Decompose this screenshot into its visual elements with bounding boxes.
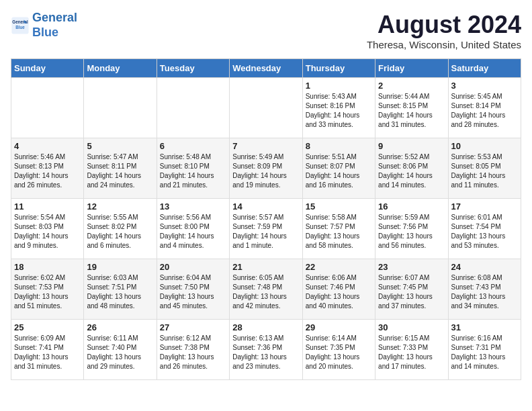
calendar-cell: 30Sunrise: 6:15 AM Sunset: 7:33 PM Dayli… xyxy=(375,320,448,380)
day-info: Sunrise: 6:15 AM Sunset: 7:33 PM Dayligh… xyxy=(378,334,445,371)
calendar-cell: 15Sunrise: 5:58 AM Sunset: 7:57 PM Dayli… xyxy=(302,199,375,259)
day-info: Sunrise: 6:14 AM Sunset: 7:35 PM Dayligh… xyxy=(306,334,372,371)
day-number: 21 xyxy=(232,262,299,272)
calendar-cell: 11Sunrise: 5:54 AM Sunset: 8:03 PM Dayli… xyxy=(11,199,84,259)
subtitle: Theresa, Wisconsin, United States xyxy=(367,39,521,50)
day-number: 16 xyxy=(378,201,445,212)
calendar-cell: 29Sunrise: 6:14 AM Sunset: 7:35 PM Dayli… xyxy=(302,320,375,380)
day-header-sunday: Sunday xyxy=(11,59,84,78)
day-number: 26 xyxy=(87,322,153,332)
day-header-monday: Monday xyxy=(84,59,157,78)
calendar-cell xyxy=(11,78,84,138)
day-info: Sunrise: 6:12 AM Sunset: 7:38 PM Dayligh… xyxy=(160,334,226,371)
day-info: Sunrise: 5:44 AM Sunset: 8:15 PM Dayligh… xyxy=(378,92,445,130)
day-number: 18 xyxy=(14,262,81,272)
day-header-tuesday: Tuesday xyxy=(157,59,229,78)
calendar-cell xyxy=(230,78,302,138)
calendar-cell xyxy=(157,78,229,138)
logo: General Blue General Blue xyxy=(11,11,77,40)
day-info: Sunrise: 6:16 AM Sunset: 7:31 PM Dayligh… xyxy=(451,334,518,371)
day-info: Sunrise: 5:48 AM Sunset: 8:10 PM Dayligh… xyxy=(160,152,226,190)
day-info: Sunrise: 5:49 AM Sunset: 8:09 PM Dayligh… xyxy=(232,152,299,190)
day-number: 25 xyxy=(14,322,81,332)
day-info: Sunrise: 6:03 AM Sunset: 7:51 PM Dayligh… xyxy=(87,273,153,311)
day-header-saturday: Saturday xyxy=(448,59,521,78)
day-info: Sunrise: 5:59 AM Sunset: 7:56 PM Dayligh… xyxy=(378,213,445,250)
day-number: 19 xyxy=(87,262,153,272)
day-header-wednesday: Wednesday xyxy=(230,59,302,78)
calendar-cell: 13Sunrise: 5:56 AM Sunset: 8:00 PM Dayli… xyxy=(157,199,229,259)
calendar-cell: 17Sunrise: 6:01 AM Sunset: 7:54 PM Dayli… xyxy=(448,199,521,259)
calendar-cell: 12Sunrise: 5:55 AM Sunset: 8:02 PM Dayli… xyxy=(84,199,157,259)
day-number: 31 xyxy=(451,322,518,332)
day-info: Sunrise: 5:45 AM Sunset: 8:14 PM Dayligh… xyxy=(451,92,518,130)
main-title: August 2024 xyxy=(367,11,521,39)
day-info: Sunrise: 5:54 AM Sunset: 8:03 PM Dayligh… xyxy=(14,213,81,250)
logo-text: General Blue xyxy=(32,11,77,40)
calendar-cell: 26Sunrise: 6:11 AM Sunset: 7:40 PM Dayli… xyxy=(84,320,157,380)
calendar-cell: 31Sunrise: 6:16 AM Sunset: 7:31 PM Dayli… xyxy=(448,320,521,380)
day-info: Sunrise: 5:56 AM Sunset: 8:00 PM Dayligh… xyxy=(160,213,226,250)
calendar-cell: 19Sunrise: 6:03 AM Sunset: 7:51 PM Dayli… xyxy=(84,259,157,320)
week-row-4: 18Sunrise: 6:02 AM Sunset: 7:53 PM Dayli… xyxy=(11,259,521,320)
calendar-cell: 8Sunrise: 5:51 AM Sunset: 8:07 PM Daylig… xyxy=(302,138,375,199)
week-row-3: 11Sunrise: 5:54 AM Sunset: 8:03 PM Dayli… xyxy=(11,199,521,259)
day-number: 11 xyxy=(14,201,81,212)
day-info: Sunrise: 6:04 AM Sunset: 7:50 PM Dayligh… xyxy=(160,273,226,311)
day-number: 2 xyxy=(378,81,445,91)
day-number: 7 xyxy=(232,141,299,151)
calendar-cell: 28Sunrise: 6:13 AM Sunset: 7:36 PM Dayli… xyxy=(230,320,302,380)
day-info: Sunrise: 6:09 AM Sunset: 7:41 PM Dayligh… xyxy=(14,334,81,371)
week-row-5: 25Sunrise: 6:09 AM Sunset: 7:41 PM Dayli… xyxy=(11,320,521,380)
calendar-cell: 21Sunrise: 6:05 AM Sunset: 7:48 PM Dayli… xyxy=(230,259,302,320)
day-number: 13 xyxy=(160,201,226,212)
calendar-cell: 5Sunrise: 5:47 AM Sunset: 8:11 PM Daylig… xyxy=(84,138,157,199)
day-info: Sunrise: 5:43 AM Sunset: 8:16 PM Dayligh… xyxy=(306,92,372,130)
day-number: 17 xyxy=(451,201,518,212)
calendar-cell: 27Sunrise: 6:12 AM Sunset: 7:38 PM Dayli… xyxy=(157,320,229,380)
day-info: Sunrise: 6:01 AM Sunset: 7:54 PM Dayligh… xyxy=(451,213,518,250)
day-info: Sunrise: 5:47 AM Sunset: 8:11 PM Dayligh… xyxy=(87,152,153,190)
day-number: 14 xyxy=(232,201,299,212)
calendar-cell: 7Sunrise: 5:49 AM Sunset: 8:09 PM Daylig… xyxy=(230,138,302,199)
calendar-cell: 9Sunrise: 5:52 AM Sunset: 8:06 PM Daylig… xyxy=(375,138,448,199)
day-info: Sunrise: 6:07 AM Sunset: 7:45 PM Dayligh… xyxy=(378,273,445,311)
day-number: 15 xyxy=(306,201,372,212)
calendar-cell: 22Sunrise: 6:06 AM Sunset: 7:46 PM Dayli… xyxy=(302,259,375,320)
day-number: 9 xyxy=(378,141,445,151)
day-number: 30 xyxy=(378,322,445,332)
calendar-cell: 1Sunrise: 5:43 AM Sunset: 8:16 PM Daylig… xyxy=(302,78,375,138)
day-number: 12 xyxy=(87,201,153,212)
day-header-friday: Friday xyxy=(375,59,448,78)
day-number: 24 xyxy=(451,262,518,272)
calendar-cell: 4Sunrise: 5:46 AM Sunset: 8:13 PM Daylig… xyxy=(11,138,84,199)
day-number: 5 xyxy=(87,141,153,151)
calendar-cell: 25Sunrise: 6:09 AM Sunset: 7:41 PM Dayli… xyxy=(11,320,84,380)
day-number: 3 xyxy=(451,81,518,91)
calendar-cell: 20Sunrise: 6:04 AM Sunset: 7:50 PM Dayli… xyxy=(157,259,229,320)
day-info: Sunrise: 5:46 AM Sunset: 8:13 PM Dayligh… xyxy=(14,152,81,190)
day-info: Sunrise: 6:11 AM Sunset: 7:40 PM Dayligh… xyxy=(87,334,153,371)
calendar-cell xyxy=(84,78,157,138)
logo-icon: General Blue xyxy=(11,16,30,35)
day-number: 1 xyxy=(306,81,372,91)
day-number: 22 xyxy=(306,262,372,272)
day-number: 27 xyxy=(160,322,226,332)
day-number: 8 xyxy=(306,141,372,151)
svg-text:Blue: Blue xyxy=(15,24,25,29)
day-info: Sunrise: 5:53 AM Sunset: 8:05 PM Dayligh… xyxy=(451,152,518,190)
day-number: 6 xyxy=(160,141,226,151)
day-info: Sunrise: 6:08 AM Sunset: 7:43 PM Dayligh… xyxy=(451,273,518,311)
calendar-cell: 10Sunrise: 5:53 AM Sunset: 8:05 PM Dayli… xyxy=(448,138,521,199)
day-info: Sunrise: 5:57 AM Sunset: 7:59 PM Dayligh… xyxy=(232,213,299,250)
day-number: 10 xyxy=(451,141,518,151)
day-info: Sunrise: 5:55 AM Sunset: 8:02 PM Dayligh… xyxy=(87,213,153,250)
title-block: August 2024 Theresa, Wisconsin, United S… xyxy=(367,11,521,50)
calendar-cell: 3Sunrise: 5:45 AM Sunset: 8:14 PM Daylig… xyxy=(448,78,521,138)
page-header: General Blue General Blue August 2024 Th… xyxy=(11,11,521,50)
day-info: Sunrise: 5:51 AM Sunset: 8:07 PM Dayligh… xyxy=(306,152,372,190)
calendar-cell: 24Sunrise: 6:08 AM Sunset: 7:43 PM Dayli… xyxy=(448,259,521,320)
calendar-table: SundayMondayTuesdayWednesdayThursdayFrid… xyxy=(11,58,521,380)
day-info: Sunrise: 6:02 AM Sunset: 7:53 PM Dayligh… xyxy=(14,273,81,311)
calendar-header-row: SundayMondayTuesdayWednesdayThursdayFrid… xyxy=(11,59,521,78)
